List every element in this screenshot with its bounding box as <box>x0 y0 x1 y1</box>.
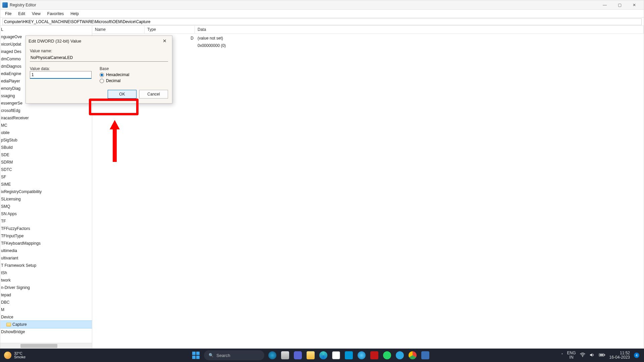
tree-item[interactable]: SLicensing <box>0 195 92 203</box>
value-data-field[interactable] <box>30 71 92 79</box>
tree-item[interactable]: DBC <box>0 299 92 306</box>
menu-view[interactable]: View <box>29 10 44 17</box>
radio-hexadecimal[interactable]: Hexadecimal <box>100 72 168 77</box>
tree-item-label: TFInputType <box>1 234 23 238</box>
taskbar-explorer-icon[interactable] <box>306 351 315 360</box>
tree-item[interactable]: SN Apps <box>0 210 92 218</box>
tree-item[interactable]: ultivariant <box>0 254 92 262</box>
tray-chevron-icon[interactable]: ˄ <box>561 353 563 358</box>
tree-item[interactable]: Capture <box>0 321 92 328</box>
tree-item[interactable]: DshowBridge <box>0 328 92 336</box>
tree-item[interactable]: iracastReceiver <box>0 114 92 122</box>
tree-item[interactable]: n-Driver Signing <box>0 284 92 291</box>
tree-item[interactable]: ixRegistryCompatibility <box>0 188 92 195</box>
tree-item-label: iracastReceiver <box>1 116 29 120</box>
tree-item-label: twork <box>1 278 11 283</box>
tree-item[interactable]: L <box>0 26 92 33</box>
taskbar[interactable]: 32°C Smoke 🔍 Search ˄ <box>0 349 644 362</box>
taskbar-mcafee-icon[interactable] <box>370 351 379 360</box>
taskbar-app-icon[interactable] <box>421 351 430 360</box>
radio-dot-icon <box>100 73 104 77</box>
horizontal-scrollbar[interactable] <box>0 343 92 348</box>
dialog-titlebar[interactable]: Edit DWORD (32-bit) Value ✕ <box>26 36 172 46</box>
language-indicator[interactable]: ENG IN <box>567 351 576 360</box>
tree-item[interactable]: SMQ <box>0 203 92 210</box>
taskbar-whatsapp-icon[interactable] <box>382 351 392 360</box>
taskbar-right: ˄ ENG IN 11:52 16-04-2023 4 <box>561 351 644 360</box>
cancel-button[interactable]: Cancel <box>139 90 168 99</box>
column-type[interactable]: Type <box>145 26 195 34</box>
address-input[interactable] <box>2 18 642 25</box>
close-button[interactable]: ✕ <box>627 0 642 10</box>
tree-item[interactable]: SDE <box>0 151 92 159</box>
regedit-icon <box>2 2 8 8</box>
tree-item[interactable]: tepad <box>0 291 92 299</box>
radio-decimal[interactable]: Decimal <box>100 78 168 83</box>
tree-item[interactable]: TF <box>0 218 92 225</box>
taskbar-taskview-icon[interactable] <box>280 351 290 360</box>
menu-help[interactable]: Help <box>67 10 82 17</box>
taskbar-hp-icon[interactable] <box>344 351 354 360</box>
tree-item[interactable]: twork <box>0 277 92 284</box>
tree-item-label: SLicensing <box>1 197 21 201</box>
tree-item[interactable]: pSigStub <box>0 136 92 144</box>
minimize-button[interactable]: — <box>597 0 612 10</box>
tree-item-label: DshowBridge <box>1 329 25 334</box>
taskbar-weather[interactable]: 32°C Smoke <box>0 352 60 359</box>
list-row[interactable]: 0x00000000 (0) <box>92 42 644 49</box>
list-row[interactable]: D (value not set) <box>92 35 644 42</box>
list-body[interactable]: D (value not set) 0x00000000 (0) <box>92 34 644 348</box>
tree-item[interactable]: MC <box>0 122 92 129</box>
notification-badge[interactable]: 4 <box>634 353 639 358</box>
svg-rect-2 <box>196 352 200 355</box>
column-data[interactable]: Data <box>195 26 644 34</box>
menu-edit[interactable]: Edit <box>15 10 29 17</box>
volume-icon[interactable] <box>589 353 595 358</box>
menu-file[interactable]: File <box>2 10 15 17</box>
tree-item[interactable]: tSh <box>0 269 92 277</box>
titlebar[interactable]: Registry Editor — ▢ ✕ <box>0 0 644 10</box>
taskbar-store-icon[interactable] <box>331 351 341 360</box>
tree-item[interactable]: Device <box>0 313 92 321</box>
taskbar-chrome-icon[interactable] <box>408 351 417 360</box>
tree-item-label: ediaPlayer <box>1 79 20 83</box>
scrollbar-thumb[interactable] <box>20 344 57 348</box>
tree-item[interactable]: TFFuzzyFactors <box>0 225 92 232</box>
column-name[interactable]: Name <box>92 26 145 34</box>
tree-item[interactable]: crosoftEdg <box>0 107 92 114</box>
taskbar-search[interactable]: 🔍 Search <box>204 350 264 360</box>
tree-item[interactable]: SBuild <box>0 144 92 151</box>
tree-item[interactable]: TFInputType <box>0 232 92 240</box>
menu-favorites[interactable]: Favorites <box>44 10 67 17</box>
tree-item-label: pSigStub <box>1 138 17 142</box>
tree-item-label: MC <box>1 123 7 128</box>
tree-item[interactable]: SF <box>0 173 92 181</box>
tree-item[interactable]: SIME <box>0 181 92 188</box>
dialog-close-button[interactable]: ✕ <box>160 37 169 45</box>
tree-item[interactable]: SDRM <box>0 159 92 166</box>
taskbar-help-icon[interactable] <box>357 351 366 360</box>
taskbar-edge-icon[interactable] <box>319 351 328 360</box>
svg-rect-1 <box>192 352 196 355</box>
tree-item-label: SDE <box>1 153 9 157</box>
edit-dword-dialog[interactable]: Edit DWORD (32-bit) Value ✕ Value name: … <box>25 36 172 104</box>
taskbar-telegram-icon[interactable] <box>395 351 405 360</box>
start-button[interactable] <box>191 351 201 360</box>
value-name-field[interactable] <box>30 54 168 62</box>
tree-item[interactable]: TFKeyboardMappings <box>0 240 92 247</box>
clock[interactable]: 11:52 16-04-2023 <box>609 351 630 360</box>
ok-button[interactable]: OK <box>108 90 137 99</box>
wifi-icon[interactable] <box>580 353 585 358</box>
tree-item[interactable]: M <box>0 306 92 313</box>
tree-item-label: SDRM <box>1 160 13 165</box>
tree-item[interactable]: obile <box>0 129 92 136</box>
taskbar-copilot-icon[interactable] <box>268 351 277 360</box>
tree-item[interactable]: T Framework Setup <box>0 262 92 269</box>
battery-icon[interactable] <box>599 353 605 358</box>
maximize-button[interactable]: ▢ <box>612 0 627 10</box>
list-header: Name Type Data <box>92 26 644 34</box>
taskbar-chat-icon[interactable] <box>293 351 303 360</box>
tree-item[interactable]: ultimedia <box>0 247 92 254</box>
tree-item[interactable]: SDTC <box>0 166 92 173</box>
tree-item-label: Capture <box>12 322 27 327</box>
